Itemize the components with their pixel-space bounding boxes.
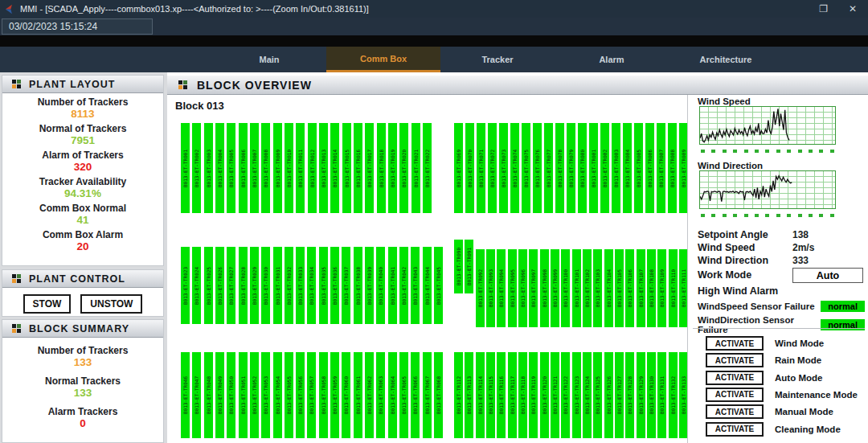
tracker-bar[interactable]: B013-ET-TR040 [376, 247, 385, 324]
activate-cleaning-mode-button[interactable]: ACTIVATE [706, 422, 764, 437]
tracker-bar[interactable]: B013-ET-TR077 [544, 123, 553, 213]
tracker-bar[interactable]: B013-ET-TR016 [354, 123, 362, 213]
tracker-bar[interactable]: B013-ET-TR031 [273, 247, 282, 324]
tracker-bar[interactable]: B013-ET-TR010 [285, 123, 293, 213]
tracker-bar[interactable]: B013-ET-TR125 [593, 352, 602, 438]
tracker-bar[interactable]: B013-ET-TR037 [342, 247, 350, 324]
tracker-bar[interactable]: B013-ET-TR113 [465, 352, 473, 438]
tracker-bar[interactable]: B013-ET-TR023 [181, 247, 190, 324]
tracker-bar[interactable]: B013-ET-TR071 [477, 123, 485, 213]
tracker-bar[interactable]: B013-ET-TR024 [192, 247, 201, 324]
tracker-bar[interactable]: B013-ET-TR080 [578, 123, 587, 213]
tracker-bar[interactable]: B013-ET-TR015 [342, 123, 351, 213]
tracker-bar[interactable]: B013-ET-TR066 [411, 352, 420, 438]
tracker-bar[interactable]: B013-ET-TR032 [285, 247, 293, 324]
tracker-bar[interactable]: B013-ET-TR090 [454, 240, 463, 293]
tracker-bar[interactable]: B013-ET-TR087 [657, 123, 665, 213]
tracker-bar[interactable]: B013-ET-TR045 [434, 247, 443, 324]
tracker-bar[interactable]: B013-ET-TR052 [250, 352, 259, 438]
tracker-bar[interactable]: B013-ET-TR058 [319, 352, 328, 438]
tracker-bar[interactable]: B013-ET-TR025 [204, 247, 213, 324]
tracker-bar[interactable]: B013-ET-TR060 [342, 352, 350, 438]
tracker-bar[interactable]: B013-ET-TR084 [623, 123, 632, 213]
tab-architecture[interactable]: Architecture [669, 47, 783, 72]
tracker-bar[interactable]: B013-ET-TR108 [647, 249, 656, 327]
tracker-bar[interactable]: B013-ET-TR064 [388, 352, 397, 438]
tracker-bar[interactable]: B013-ET-TR019 [388, 123, 397, 213]
tracker-bar[interactable]: B013-ET-TR132 [669, 352, 678, 438]
tracker-bar[interactable]: B013-ET-TR083 [612, 123, 620, 213]
tracker-bar[interactable]: B013-ET-TR129 [637, 352, 645, 438]
tracker-bar[interactable]: B013-ET-TR062 [365, 352, 374, 438]
tracker-bar[interactable]: B013-ET-TR096 [518, 249, 527, 327]
tracker-bar[interactable]: B013-ET-TR122 [561, 352, 570, 438]
tracker-bar[interactable]: B013-ET-TR078 [555, 123, 564, 213]
tracker-bar[interactable]: B013-ET-TR027 [227, 247, 235, 324]
tracker-bar[interactable]: B013-ET-TR112 [454, 352, 463, 438]
tracker-bar[interactable]: B013-ET-TR035 [319, 247, 328, 324]
tracker-bar[interactable]: B013-ET-TR085 [634, 123, 643, 213]
tracker-bar[interactable]: B013-ET-TR068 [434, 352, 443, 438]
tracker-bar[interactable]: B013-ET-TR038 [354, 247, 362, 324]
tracker-bar[interactable]: B013-ET-TR004 [215, 123, 224, 213]
tracker-bar[interactable]: B013-ET-TR028 [239, 247, 248, 324]
tracker-bar[interactable]: B013-ET-TR128 [625, 352, 634, 438]
tracker-bar[interactable]: B013-ET-TR047 [192, 352, 201, 438]
tracker-bar[interactable]: B013-ET-TR088 [668, 123, 677, 213]
tracker-bar[interactable]: B013-ET-TR094 [497, 249, 506, 327]
tracker-bar[interactable]: B013-ET-TR042 [399, 247, 408, 324]
tracker-bar[interactable]: B013-ET-TR063 [376, 352, 385, 438]
tracker-bar[interactable]: B013-ET-TR075 [522, 123, 530, 213]
activate-manual-mode-button[interactable]: ACTIVATE [706, 404, 764, 419]
tracker-bar[interactable]: B013-ET-TR022 [423, 123, 432, 213]
tracker-bar[interactable]: B013-ET-TR114 [476, 352, 485, 438]
tracker-bar[interactable]: B013-ET-TR070 [465, 123, 474, 213]
tracker-bar[interactable]: B013-ET-TR100 [561, 249, 570, 327]
tracker-bar[interactable]: B013-ET-TR005 [227, 123, 235, 213]
tracker-bar[interactable]: B013-ET-TR020 [399, 123, 408, 213]
tracker-bar[interactable]: B013-ET-TR014 [330, 123, 339, 213]
unstow-button[interactable]: UNSTOW [80, 294, 142, 314]
tracker-bar[interactable]: B013-ET-TR057 [307, 352, 316, 438]
tracker-bar[interactable]: B013-ET-TR124 [583, 352, 592, 438]
tracker-bar[interactable]: B013-ET-TR036 [330, 247, 339, 324]
tracker-bar[interactable]: B013-ET-TR101 [572, 249, 581, 327]
tracker-bar[interactable]: B013-ET-TR061 [354, 352, 362, 438]
tab-alarm[interactable]: Alarm [555, 47, 669, 72]
close-icon[interactable]: ✕ [849, 4, 857, 14]
tracker-bar[interactable]: B013-ET-TR103 [593, 249, 602, 327]
tracker-bar[interactable]: B013-ET-TR115 [486, 352, 495, 438]
activate-rain-mode-button[interactable]: ACTIVATE [706, 353, 764, 367]
tab-main[interactable]: Main [212, 47, 326, 72]
activate-auto-mode-button[interactable]: ACTIVATE [706, 371, 764, 385]
tracker-bar[interactable]: B013-ET-TR086 [645, 123, 654, 213]
tracker-bar[interactable]: B013-ET-TR069 [454, 123, 463, 213]
tracker-bar[interactable]: B013-ET-TR034 [307, 247, 316, 324]
activate-wind-mode-button[interactable]: ACTIVATE [706, 336, 764, 351]
tracker-bar[interactable]: B013-ET-TR011 [296, 123, 305, 213]
tracker-bar[interactable]: B013-ET-TR051 [239, 352, 248, 438]
tracker-bar[interactable]: B013-ET-TR021 [411, 123, 420, 213]
tracker-bar[interactable]: B013-ET-TR109 [657, 249, 666, 327]
tracker-bar[interactable]: B013-ET-TR095 [508, 249, 517, 327]
tracker-bar[interactable]: B013-ET-TR059 [330, 352, 339, 438]
tracker-bar[interactable]: B013-ET-TR076 [533, 123, 542, 213]
tracker-bar[interactable]: B013-ET-TR110 [669, 249, 678, 327]
tracker-bar[interactable]: B013-ET-TR119 [529, 352, 538, 438]
tracker-bar[interactable]: B013-ET-TR043 [411, 247, 420, 324]
tracker-bar[interactable]: B013-ET-TR116 [497, 352, 506, 438]
tracker-bar[interactable]: B013-ET-TR104 [604, 249, 613, 327]
tracker-bar[interactable]: B013-ET-TR033 [296, 247, 305, 324]
tracker-bar[interactable]: B013-ET-TR107 [637, 249, 645, 327]
tracker-bar[interactable]: B013-ET-TR048 [204, 352, 213, 438]
tracker-bar[interactable]: B013-ET-TR093 [486, 249, 495, 327]
tracker-bar[interactable]: B013-ET-TR126 [604, 352, 613, 438]
tracker-bar[interactable]: B013-ET-TR106 [625, 249, 634, 327]
tracker-bar[interactable]: B013-ET-TR017 [365, 123, 374, 213]
tracker-bar[interactable]: B013-ET-TR120 [540, 352, 549, 438]
tracker-bar[interactable]: B013-ET-TR073 [499, 123, 508, 213]
tracker-bar[interactable]: B013-ET-TR117 [508, 352, 517, 438]
tracker-bar[interactable]: B013-ET-TR030 [261, 247, 270, 324]
tracker-bar[interactable]: B013-ET-TR050 [227, 352, 235, 438]
tracker-bar[interactable]: B013-ET-TR012 [308, 123, 317, 213]
